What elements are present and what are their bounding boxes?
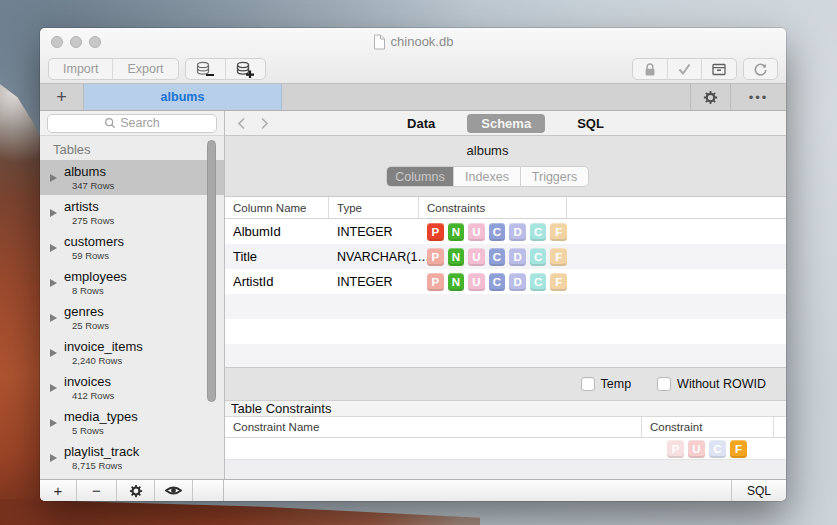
constraint-badge-F[interactable]: F — [550, 273, 567, 291]
header-blank — [567, 197, 786, 218]
content-nav-area: Data Schema SQL — [225, 111, 786, 136]
add-table-button[interactable]: + — [40, 480, 77, 501]
constraint-badge-P[interactable]: P — [427, 223, 444, 241]
constraint-badge-P[interactable]: P — [667, 440, 684, 458]
subtab-columns[interactable]: Columns — [387, 167, 454, 186]
plus-icon: + — [54, 482, 63, 499]
tab-settings-button[interactable] — [690, 84, 730, 110]
remove-table-button[interactable]: − — [77, 480, 117, 501]
sidebar-item-employees[interactable]: employees8 Rows — [40, 265, 224, 300]
column-row-Title[interactable]: TitleNVARCHAR(1…PNUCDCF — [225, 244, 786, 269]
constraint-badge-D[interactable]: D — [509, 223, 526, 241]
subtab-indexes[interactable]: Indexes — [454, 167, 521, 186]
table-name: artists — [64, 199, 114, 214]
disclosure-triangle-icon[interactable] — [50, 174, 57, 182]
lock-button[interactable] — [633, 59, 668, 79]
constraint-badge-C[interactable]: C — [709, 440, 726, 458]
document-icon — [373, 34, 386, 50]
refresh-button[interactable] — [744, 59, 777, 79]
header-constraint[interactable]: Constraint — [641, 417, 773, 437]
constraint-badge-C[interactable]: C — [530, 248, 547, 266]
disclosure-triangle-icon[interactable] — [50, 244, 57, 252]
constraint-badge-N[interactable]: N — [448, 273, 465, 291]
constraint-badge-C[interactable]: C — [489, 248, 506, 266]
temp-option[interactable]: Temp — [581, 377, 632, 391]
constraint-badge-D[interactable]: D — [509, 273, 526, 291]
disclosure-triangle-icon[interactable] — [50, 349, 57, 357]
sidebar-item-artists[interactable]: artists275 Rows — [40, 195, 224, 230]
refresh-group — [743, 58, 778, 80]
without-rowid-checkbox[interactable] — [657, 377, 671, 391]
sidebar-item-albums[interactable]: albums347 Rows — [40, 160, 224, 195]
header-constraint-name[interactable]: Constraint Name — [225, 417, 641, 437]
column-row-ArtistId[interactable]: ArtistIdINTEGERPNUCDCF — [225, 269, 786, 294]
temp-checkbox[interactable] — [581, 377, 595, 391]
constraint-badge-F[interactable]: F — [730, 440, 747, 458]
constraint-badge-C[interactable]: C — [530, 273, 547, 291]
header-column-name[interactable]: Column Name — [225, 197, 329, 218]
tab-albums[interactable]: albums — [84, 84, 282, 110]
constraint-badge-C[interactable]: C — [530, 223, 547, 241]
edit-commit-group — [632, 58, 737, 80]
export-button[interactable]: Export — [113, 59, 177, 79]
disclosure-triangle-icon[interactable] — [50, 454, 57, 462]
table-row-count: 2,240 Rows — [72, 355, 143, 366]
sidebar-item-genres[interactable]: genres25 Rows — [40, 300, 224, 335]
constraint-badge-P[interactable]: P — [427, 248, 444, 266]
constraint-badge-P[interactable]: P — [427, 273, 444, 291]
detach-database-button[interactable] — [186, 59, 226, 79]
constraint-badge-U[interactable]: U — [468, 248, 485, 266]
constraint-badge-C[interactable]: C — [489, 273, 506, 291]
table-row-count: 275 Rows — [72, 215, 114, 226]
archive-button[interactable] — [702, 59, 736, 79]
header-blank — [773, 417, 786, 437]
sidebar-item-invoice_items[interactable]: invoice_items2,240 Rows — [40, 335, 224, 370]
titlebar[interactable]: chinook.db — [40, 28, 786, 55]
constraint-badge-N[interactable]: N — [448, 223, 465, 241]
schema-table-title: albums — [467, 143, 509, 158]
plus-icon: + — [56, 87, 67, 108]
commit-button[interactable] — [668, 59, 702, 79]
table-actions-button[interactable] — [117, 480, 155, 501]
import-button[interactable]: Import — [49, 59, 113, 79]
constraint-badge-F[interactable]: F — [550, 248, 567, 266]
disclosure-triangle-icon[interactable] — [50, 209, 57, 217]
search-input[interactable]: Search — [47, 114, 217, 133]
disclosure-triangle-icon[interactable] — [50, 279, 57, 287]
table-constraints-title: Table Constraints — [231, 401, 331, 416]
view-schema[interactable]: Schema — [467, 114, 545, 133]
table-name: albums — [64, 164, 114, 179]
attach-database-button[interactable] — [226, 59, 265, 79]
sidebar-item-customers[interactable]: customers59 Rows — [40, 230, 224, 265]
new-tab-button[interactable]: + — [40, 84, 84, 110]
tc-badge-row[interactable]: PUCF — [225, 438, 786, 460]
disclosure-triangle-icon[interactable] — [50, 384, 57, 392]
bottom-bar-spacer — [193, 480, 224, 501]
tab-label: albums — [161, 90, 205, 104]
disclosure-triangle-icon[interactable] — [50, 419, 57, 427]
sidebar-item-invoices[interactable]: invoices412 Rows — [40, 370, 224, 405]
subtab-triggers[interactable]: Triggers — [521, 167, 588, 186]
search-icon — [104, 117, 116, 129]
table-row-count: 5 Rows — [72, 425, 138, 436]
more-tabs-button[interactable]: ••• — [730, 84, 786, 110]
disclosure-triangle-icon[interactable] — [50, 314, 57, 322]
constraint-badge-U[interactable]: U — [468, 223, 485, 241]
sidebar-item-playlist_track[interactable]: playlist_track8,715 Rows — [40, 440, 224, 475]
constraint-badge-D[interactable]: D — [509, 248, 526, 266]
without-rowid-option[interactable]: Without ROWID — [657, 377, 766, 391]
constraint-badge-F[interactable]: F — [550, 223, 567, 241]
view-sql[interactable]: SQL — [577, 116, 604, 131]
header-type[interactable]: Type — [329, 197, 419, 218]
constraint-badge-N[interactable]: N — [448, 248, 465, 266]
sql-log-button[interactable]: SQL — [731, 480, 786, 501]
view-data[interactable]: Data — [407, 116, 435, 131]
constraint-badge-U[interactable]: U — [468, 273, 485, 291]
header-constraints[interactable]: Constraints — [419, 197, 567, 218]
sidebar-scrollbar[interactable] — [207, 140, 216, 402]
column-row-AlbumId[interactable]: AlbumIdINTEGERPNUCDCF — [225, 219, 786, 244]
sidebar-item-media_types[interactable]: media_types5 Rows — [40, 405, 224, 440]
constraint-badge-U[interactable]: U — [688, 440, 705, 458]
preview-button[interactable] — [155, 480, 193, 501]
constraint-badge-C[interactable]: C — [489, 223, 506, 241]
